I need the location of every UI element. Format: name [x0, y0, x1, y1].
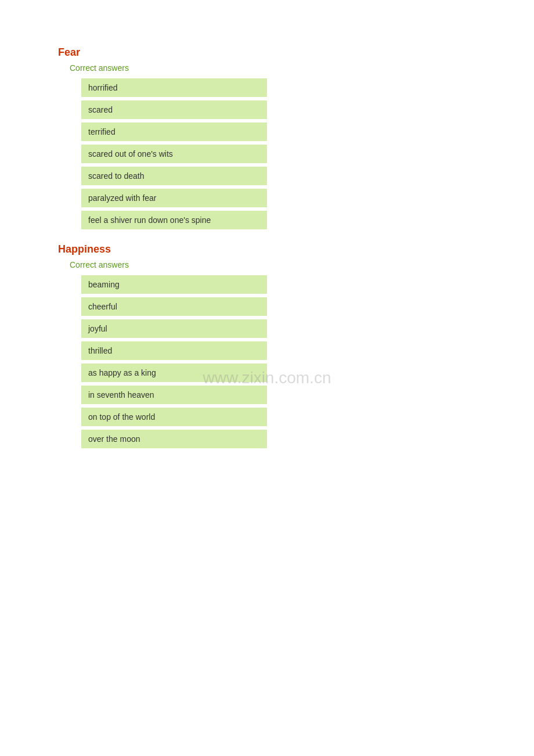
answer-item-happiness-0: beaming: [81, 275, 267, 294]
answer-item-fear-6: feel a shiver run down one's spine: [81, 211, 267, 229]
answer-item-fear-0: horrified: [81, 78, 267, 97]
content: FearCorrect answershorrifiedscaredterrif…: [58, 46, 476, 448]
answer-item-happiness-2: joyful: [81, 319, 267, 338]
answer-item-happiness-6: on top of the world: [81, 408, 267, 426]
correct-answers-label-happiness: Correct answers: [70, 260, 476, 269]
answer-item-happiness-1: cheerful: [81, 297, 267, 316]
answer-item-fear-5: paralyzed with fear: [81, 189, 267, 207]
section-title-happiness: Happiness: [58, 243, 476, 255]
answer-item-fear-4: scared to death: [81, 167, 267, 185]
section-happiness: HappinessCorrect answersbeamingcheerfulj…: [58, 243, 476, 448]
answer-item-happiness-7: over the moon: [81, 430, 267, 448]
answer-item-fear-2: terrified: [81, 123, 267, 141]
section-fear: FearCorrect answershorrifiedscaredterrif…: [58, 46, 476, 229]
answer-item-happiness-4: as happy as a king: [81, 363, 267, 382]
answer-item-happiness-3: thrilled: [81, 341, 267, 360]
answers-list-happiness: beamingcheerfuljoyfulthrilledas happy as…: [81, 275, 476, 448]
correct-answers-label-fear: Correct answers: [70, 63, 476, 73]
answer-item-fear-3: scared out of one's wits: [81, 145, 267, 163]
answer-item-happiness-5: in seventh heaven: [81, 386, 267, 404]
answer-item-fear-1: scared: [81, 100, 267, 119]
section-title-fear: Fear: [58, 46, 476, 59]
answers-list-fear: horrifiedscaredterrifiedscared out of on…: [81, 78, 476, 229]
